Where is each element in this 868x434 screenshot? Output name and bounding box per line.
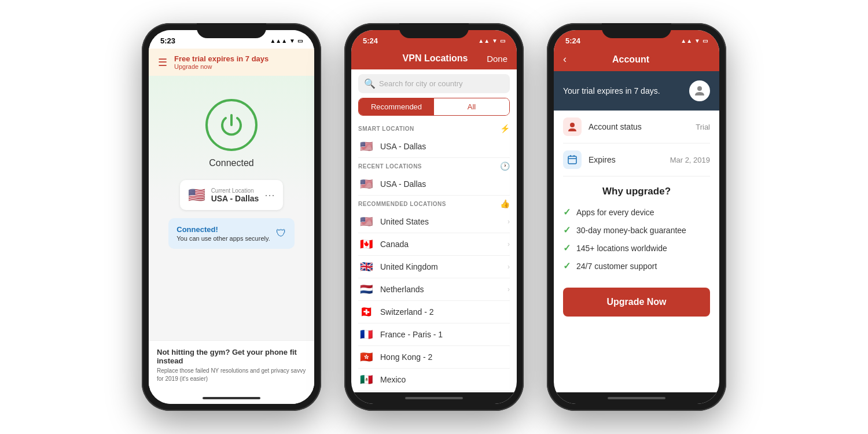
account-header: ‹ Account	[554, 49, 719, 71]
loc-name: USA - Dallas	[380, 179, 510, 189]
loc-name: USA - Dallas	[380, 142, 510, 151]
phone-1-screen: 5:23 ▲▲▲ ▼ ▭ ☰ Free trial expires in 7 d…	[149, 30, 314, 404]
expires-label: Expires	[589, 155, 663, 164]
trial-header: ☰ Free trial expires in 7 days Upgrade n…	[149, 49, 314, 76]
loc-name: Canada	[380, 240, 502, 249]
search-bar: 🔍 Search for city or country	[351, 69, 517, 98]
list-item[interactable]: 🇺🇸 USA - Dallas	[358, 173, 510, 196]
search-icon: 🔍	[364, 78, 376, 89]
flag-mx: 🇲🇽	[358, 374, 374, 385]
phone-1: 5:23 ▲▲▲ ▼ ▭ ☰ Free trial expires in 7 d…	[142, 23, 321, 411]
list-item[interactable]: 🇨🇭 Switzerland - 2	[358, 301, 510, 323]
list-item[interactable]: 🇫🇷 France - Paris - 1	[358, 323, 510, 346]
account-info: Account status Trial Expires Mar 2, 2019	[554, 111, 719, 176]
notch-2	[399, 23, 469, 38]
battery-icon-1: ▭	[297, 38, 303, 44]
flag-us-recent: 🇺🇸	[358, 178, 374, 190]
back-button[interactable]: ‹	[563, 53, 567, 65]
power-button[interactable]	[205, 99, 258, 151]
phone1-content: Connected 🇺🇸 Current Location USA - Dall…	[149, 76, 314, 392]
expires-row: Expires Mar 2, 2019	[563, 144, 710, 176]
loc-name: Switzerland - 2	[380, 307, 510, 317]
trial-banner: Your trial expires in 7 days.	[554, 71, 719, 111]
banner-sub: You can use other apps securely.	[176, 235, 270, 242]
status-time-3: 5:24	[565, 36, 580, 45]
account-status-label: Account status	[589, 122, 689, 131]
phone-2-screen: 5:24 ▲▲ ▼ ▭ VPN Locations Done 🔍 Search …	[351, 30, 517, 404]
flag-hk: 🇭🇰	[358, 351, 374, 363]
more-options-icon[interactable]: ⋯	[264, 189, 275, 201]
phones-container: 5:23 ▲▲▲ ▼ ▭ ☰ Free trial expires in 7 d…	[130, 12, 738, 422]
flag-fr: 🇫🇷	[358, 329, 374, 340]
location-list: SMART LOCATION ⚡ 🇺🇸 USA - Dallas RECENT …	[351, 120, 517, 392]
location-label: Current Location	[211, 187, 259, 194]
feature-item-3: ✓ 145+ locations worldwide	[563, 242, 710, 253]
tab-recommended[interactable]: Recommended	[359, 98, 434, 115]
feature-item-2: ✓ 30-day money-back guarantee	[563, 225, 710, 236]
signal-icon-3: ▲▲	[681, 38, 692, 44]
signal-icon-1: ▲▲▲	[270, 38, 287, 44]
phone-3-screen: 5:24 ▲▲ ▼ ▭ ‹ Account Your trial expires…	[554, 30, 719, 404]
home-bar-2	[351, 392, 517, 404]
home-indicator-2	[405, 397, 463, 399]
home-indicator-3	[608, 397, 665, 399]
loc-name: Netherlands	[380, 285, 502, 294]
ad-sub: Replace those failed NY resolutions and …	[157, 367, 306, 383]
recent-location-title: RECENT LOCATIONS	[358, 163, 422, 170]
feature-item-1: ✓ Apps for every device	[563, 207, 710, 218]
expires-value: Mar 2, 2019	[670, 156, 710, 164]
list-item[interactable]: 🇬🇧 United Kingdom ›	[358, 256, 510, 278]
avatar-icon	[689, 80, 710, 101]
loc-name: Mexico	[380, 375, 510, 384]
tab-all[interactable]: All	[434, 98, 509, 115]
location-info: Current Location USA - Dallas	[211, 187, 259, 203]
connected-label: Connected	[209, 158, 253, 168]
list-item[interactable]: 🇭🇰 Hong Kong - 2	[358, 346, 510, 369]
recommended-location-title: RECOMMENDED LOCATIONS	[358, 201, 446, 207]
upgrade-button[interactable]: Upgrade Now	[563, 288, 710, 317]
expires-icon	[563, 150, 582, 169]
connected-banner: Connected! You can use other apps secure…	[168, 218, 294, 249]
feature-text-4: 24/7 customer support	[576, 262, 657, 271]
svg-point-1	[570, 123, 575, 127]
feature-item-4: ✓ 24/7 customer support	[563, 260, 710, 271]
status-time-1: 5:23	[160, 36, 175, 45]
check-icon-2: ✓	[563, 225, 571, 236]
flag-ch: 🇨🇭	[358, 306, 374, 318]
ad-area: Not hitting the gym? Get your phone fit …	[149, 340, 314, 392]
done-button[interactable]: Done	[487, 54, 507, 64]
location-name: USA - Dallas	[211, 194, 259, 203]
tab-bar: Recommended All	[358, 98, 510, 116]
vpn-header: VPN Locations Done	[351, 49, 517, 69]
wifi-icon-1: ▼	[289, 38, 295, 44]
flag-ca: 🇨🇦	[358, 238, 374, 250]
hamburger-icon[interactable]: ☰	[158, 56, 167, 69]
location-flag: 🇺🇸	[188, 187, 205, 203]
trial-text: Free trial expires in 7 days Upgrade now	[174, 54, 269, 70]
ad-title: Not hitting the gym? Get your phone fit …	[157, 348, 306, 365]
list-item[interactable]: 🇺🇸 USA - Dallas	[358, 135, 510, 158]
wifi-icon-2: ▼	[492, 38, 498, 44]
list-item[interactable]: 🇲🇽 Mexico	[358, 369, 510, 391]
svg-point-0	[697, 86, 702, 91]
list-item[interactable]: 🇳🇱 Netherlands ›	[358, 278, 510, 301]
loc-name: United Kingdom	[380, 262, 502, 271]
home-bar-1	[149, 392, 314, 404]
search-placeholder: Search for city or country	[379, 79, 463, 88]
banner-title: Connected!	[176, 225, 270, 234]
check-icon-1: ✓	[563, 207, 571, 218]
power-btn-area: Connected	[205, 99, 258, 168]
trial-sub[interactable]: Upgrade now	[174, 63, 269, 70]
upgrade-section: Why upgrade? ✓ Apps for every device ✓ 3…	[554, 176, 719, 392]
shield-icon: 🛡	[276, 227, 286, 240]
account-status-value: Trial	[696, 123, 710, 131]
flag-uk: 🇬🇧	[358, 261, 374, 273]
search-input[interactable]: 🔍 Search for city or country	[358, 74, 510, 93]
status-icons-3: ▲▲ ▼ ▭	[681, 38, 708, 44]
chevron-icon: ›	[507, 240, 510, 248]
notch-3	[602, 23, 671, 38]
loc-name: Hong Kong - 2	[380, 352, 510, 362]
list-item[interactable]: 🇺🇸 United States ›	[358, 211, 510, 233]
list-item[interactable]: 🇨🇦 Canada ›	[358, 233, 510, 256]
smart-location-header: SMART LOCATION ⚡	[358, 120, 510, 135]
